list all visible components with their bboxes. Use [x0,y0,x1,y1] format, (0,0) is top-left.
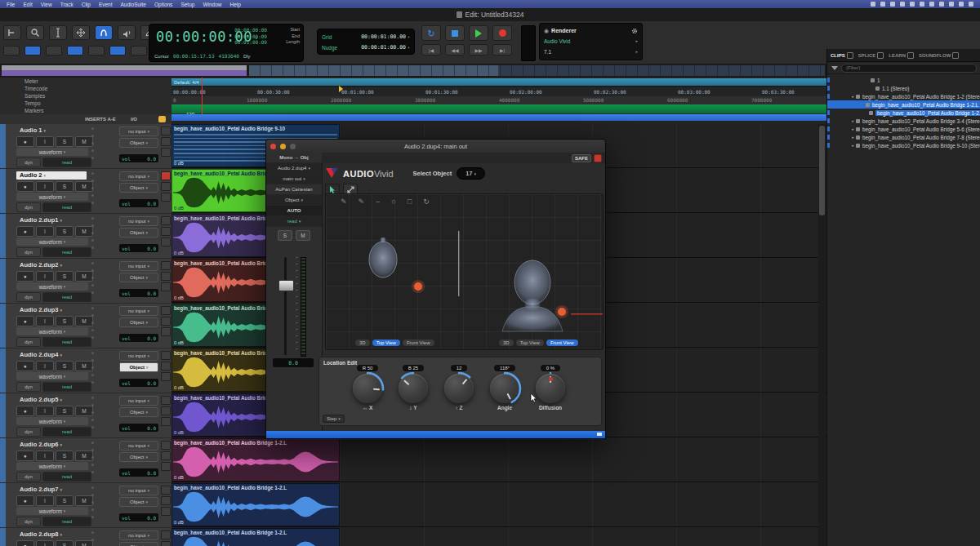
track-view-selector[interactable]: waveform [16,237,88,246]
menu-item[interactable]: Setup [180,2,194,7]
link-edit-button[interactable] [131,46,147,55]
output-selector[interactable]: Object [119,407,158,417]
automation-mode-button[interactable]: read [42,382,91,392]
input-selector[interactable]: no input [119,396,158,406]
expand-arrow-icon[interactable]: ▸ [850,135,856,140]
track-view-selector[interactable]: waveform [16,462,88,470]
track-color-strip[interactable] [0,214,6,258]
safe-button[interactable]: SAFE [572,154,591,162]
zoom-toggle-button[interactable] [88,46,105,55]
input-selector[interactable]: no input [119,441,158,451]
track-name[interactable]: Audio 2.dup7 [16,486,87,494]
left-front-view-button[interactable]: Front View [403,340,434,346]
nudge-value[interactable]: 00:00:01:00.00 [361,42,410,53]
track-mini-button[interactable] [161,417,171,426]
expand-arrow-icon[interactable]: ▸ [850,94,856,99]
track-color-strip[interactable] [0,124,6,168]
track-color-strip[interactable] [0,304,6,348]
menu-item[interactable]: Track [60,2,74,7]
track-mini-button[interactable] [161,530,171,539]
right-front-view-button[interactable]: Front View [546,340,578,346]
volume-display[interactable]: vol0.0 [119,244,158,252]
track-mini-button[interactable] [161,507,171,516]
samples-ruler[interactable]: 0100000020000003000000400000050000006000… [172,96,826,104]
clip-list-item[interactable]: ▸ begin_have_audio10_Petal Audio Bridge … [827,117,980,125]
playhead-cursor[interactable] [202,78,203,114]
input-selector[interactable]: no input [119,127,158,136]
mute-button[interactable]: M [75,495,93,506]
object-number-dropdown[interactable]: 17 [457,167,485,180]
track-name[interactable]: Audio 2.dup2 [16,261,87,269]
volume-display[interactable]: vol0.0 [119,199,158,207]
automation-mode-button[interactable]: read [42,427,91,437]
dyn-button[interactable]: dyn [16,337,41,347]
record-enable-button[interactable]: ● [16,271,34,282]
record-button[interactable] [492,25,512,41]
ruler-label[interactable]: Markers [24,108,43,113]
selector-tool-button[interactable] [49,25,67,40]
track-mini-button[interactable] [161,317,171,326]
track-mini-button[interactable] [161,237,171,246]
status-icon[interactable] [910,2,915,7]
play-button[interactable] [469,25,488,41]
input-selector[interactable]: no input [119,351,158,361]
shuffle-mode-button[interactable] [3,46,20,55]
volume-display[interactable]: vol0.0 [119,468,158,477]
plugin-bottom-bar[interactable] [266,431,605,438]
solo-button[interactable]: S [56,271,74,282]
record-enable-button[interactable]: ● [16,181,34,192]
track-view-selector[interactable]: waveform [16,282,88,291]
input-monitor-button[interactable]: I [36,226,54,237]
mute-button[interactable]: M [75,361,93,371]
plugin-solo-button[interactable]: S [278,230,292,241]
track-color-strip[interactable] [0,438,6,482]
volume-display[interactable]: vol0.0 [119,513,158,522]
inserts-slots[interactable] [91,307,94,339]
dyn-button[interactable]: dyn [16,202,41,212]
sidebar-tab[interactable]: SPLICE [858,52,884,59]
track-view-selector[interactable]: waveform [16,148,88,156]
solo-button[interactable]: S [56,181,74,192]
track-name[interactable]: Audio 2.dup6 [16,441,87,449]
automation-mode-button[interactable]: read [42,472,91,482]
solo-button[interactable]: S [56,316,74,326]
volume-display[interactable]: vol0.0 [119,379,158,387]
dyn-button[interactable]: dyn [16,158,41,167]
inserts-slots[interactable] [91,486,94,518]
record-enable-button[interactable]: ● [16,540,34,546]
track-mini-button[interactable] [161,148,171,157]
track-view-selector[interactable]: waveform [16,372,88,380]
track-mini-button[interactable] [161,261,171,270]
audio-clip[interactable]: begin_have_audio10_Petal Audio Bridge 1-… [172,528,340,546]
session-notification-icon[interactable] [158,116,166,122]
track-mini-button[interactable] [161,216,171,225]
automation-mode-button[interactable]: read [42,158,91,167]
input-monitor-button[interactable]: I [36,495,54,506]
right-top-view-button[interactable]: Top View [516,340,544,346]
mute-button[interactable]: M [75,406,93,416]
record-enable-button[interactable]: ● [16,451,34,461]
ruler-label[interactable]: Samples [24,93,45,99]
clip-list-item[interactable]: ▸ begin_have_audio10_Petal Audio Bridge … [827,133,980,141]
solo-button[interactable]: S [56,451,74,461]
record-enable-button[interactable]: ● [16,406,34,416]
track-mini-button[interactable] [161,406,171,415]
track-color-strip[interactable] [0,528,6,546]
plugin-mute-button[interactable]: M [296,230,310,241]
status-icon[interactable] [969,2,973,7]
track-mini-button[interactable] [161,272,171,281]
slip-mode-button[interactable] [24,46,41,55]
track-mini-button[interactable] [161,306,171,315]
track-mini-button[interactable] [161,127,171,135]
solo-button[interactable]: S [56,495,74,506]
track-mini-button[interactable] [161,351,171,360]
track-name[interactable]: Audio 2.dup1 [16,216,87,224]
inserts-slots[interactable] [91,262,94,294]
output-selector[interactable]: Object [119,138,158,148]
track-color-strip[interactable] [0,483,6,527]
menu-item[interactable]: File [7,2,15,7]
volume-display[interactable]: vol0.0 [119,424,158,432]
scrollbar-thumb[interactable] [819,126,825,215]
menu-item[interactable]: Window [203,2,221,7]
gear-icon[interactable] [631,28,638,34]
